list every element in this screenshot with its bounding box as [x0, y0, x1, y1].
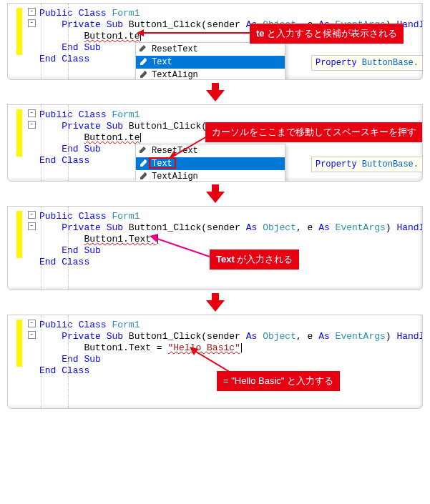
- step-1-panel: - - Public Class Form1 Private Sub Butto…: [7, 3, 423, 80]
- callout-label: Text が入力される: [210, 249, 299, 270]
- fold-icon[interactable]: -: [28, 19, 36, 27]
- method-icon: [138, 146, 148, 156]
- property-icon: [138, 57, 148, 67]
- down-arrow-icon: [0, 293, 430, 312]
- intellisense-item[interactable]: TextAlign: [136, 69, 285, 80]
- step-3-panel: - - Public Class Form1 Private Sub Butto…: [7, 206, 423, 290]
- intellisense-popup[interactable]: ResetText Text TextAlign TextImageRelati…: [135, 42, 285, 80]
- code-area[interactable]: Public Class Form1 Private Sub Button1_C…: [8, 320, 422, 377]
- method-icon: [138, 44, 148, 54]
- fold-icon[interactable]: -: [28, 331, 36, 339]
- intellisense-item[interactable]: ResetText: [136, 144, 285, 157]
- modified-marker: [16, 211, 22, 258]
- callout-label: カーソルをここまで移動してスペースキーを押す: [205, 122, 423, 142]
- fold-icon[interactable]: -: [28, 211, 36, 219]
- intellisense-item[interactable]: ResetText: [136, 43, 285, 56]
- property-icon: [138, 172, 148, 182]
- property-tooltip: Property ButtonBase.: [311, 55, 422, 71]
- modified-marker: [16, 320, 22, 367]
- fold-icon[interactable]: -: [28, 8, 36, 16]
- down-arrow-icon: [0, 184, 430, 203]
- modified-marker: [16, 8, 22, 55]
- fold-icon[interactable]: -: [28, 320, 36, 327]
- fold-icon[interactable]: -: [28, 121, 36, 129]
- property-icon: [138, 70, 148, 80]
- modified-marker: [16, 109, 22, 157]
- callout-label: = "Hello Basic" と入力する: [217, 371, 340, 391]
- intellisense-item[interactable]: TextAlign: [136, 170, 285, 182]
- property-tooltip: Property ButtonBase.: [311, 157, 422, 172]
- step-4-panel: - - Public Class Form1 Private Sub Butto…: [7, 315, 423, 409]
- fold-icon[interactable]: -: [28, 109, 36, 117]
- highlight-box: [149, 157, 176, 169]
- property-icon: [138, 159, 148, 169]
- callout-label: te と入力すると候補が表示される: [250, 24, 404, 44]
- down-arrow-icon: [0, 83, 430, 102]
- fold-icon[interactable]: -: [28, 222, 36, 230]
- step-2-panel: - - Public Class Form1 Private Sub Butto…: [7, 104, 423, 182]
- intellisense-item-selected[interactable]: Text: [136, 56, 285, 69]
